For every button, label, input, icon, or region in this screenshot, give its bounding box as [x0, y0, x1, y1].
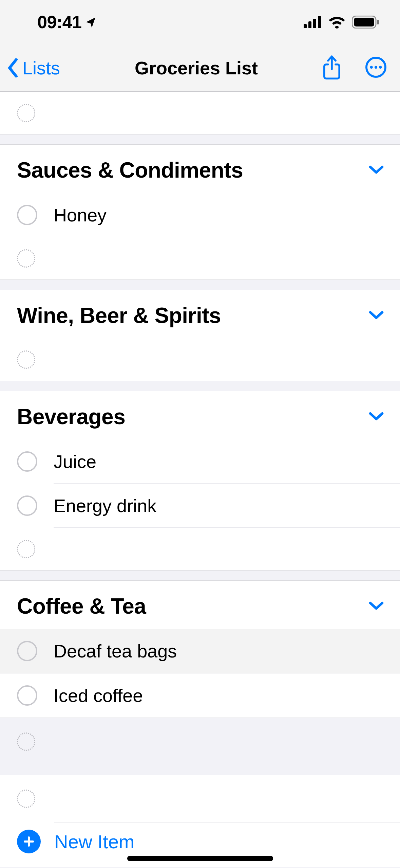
new-item-placeholder[interactable] — [0, 338, 400, 381]
item-label: Energy drink — [54, 495, 156, 516]
status-time: 09:41 — [37, 12, 82, 32]
reminder-item[interactable]: Juice — [0, 439, 400, 484]
checkbox[interactable] — [17, 685, 37, 706]
svg-rect-0 — [304, 24, 307, 28]
chevron-down-icon — [369, 310, 384, 320]
reminder-item[interactable]: Iced coffee — [0, 673, 400, 718]
nav-bar: Lists Groceries List — [0, 44, 400, 92]
new-item-placeholder[interactable] — [0, 775, 400, 822]
home-indicator[interactable] — [127, 856, 273, 861]
section-title: Beverages — [17, 404, 125, 429]
share-icon — [322, 55, 342, 79]
dotted-circle-icon — [17, 104, 35, 122]
dotted-circle-icon — [17, 350, 35, 369]
section-title: Coffee & Tea — [17, 594, 146, 619]
share-button[interactable] — [322, 55, 342, 81]
new-item-label: New Item — [54, 831, 135, 853]
checkbox[interactable] — [17, 495, 37, 516]
svg-rect-5 — [354, 18, 374, 26]
plus-circle-icon — [17, 830, 41, 853]
more-button[interactable] — [365, 57, 386, 79]
status-bar: 09:41 — [0, 0, 400, 44]
new-item-placeholder[interactable] — [0, 92, 400, 134]
page-title: Groceries List — [91, 57, 302, 78]
status-left: 09:41 — [37, 12, 97, 32]
collapse-toggle[interactable] — [369, 411, 384, 422]
new-item-placeholder[interactable] — [0, 718, 400, 765]
status-right — [304, 16, 380, 29]
checkbox[interactable] — [17, 451, 37, 472]
item-label: Juice — [54, 451, 96, 472]
reminder-item[interactable]: Decaf tea bags — [0, 629, 400, 673]
section-title: Wine, Beer & Spirits — [17, 303, 221, 328]
section-wine-beer-spirits: Wine, Beer & Spirits — [0, 290, 400, 381]
svg-rect-3 — [318, 16, 321, 28]
reminder-item[interactable]: Honey — [0, 193, 400, 237]
back-button[interactable]: Lists — [6, 57, 91, 78]
reminder-item[interactable]: Energy drink — [0, 484, 400, 528]
svg-point-11 — [379, 66, 382, 68]
collapse-toggle[interactable] — [369, 310, 384, 321]
svg-point-9 — [370, 66, 373, 68]
ellipsis-circle-icon — [365, 57, 386, 78]
svg-rect-2 — [313, 19, 316, 28]
dotted-circle-icon — [17, 733, 35, 751]
dotted-circle-icon — [17, 790, 35, 808]
checkbox[interactable] — [17, 205, 37, 225]
section-beverages: Beverages Juice Energy drink — [0, 391, 400, 570]
svg-point-10 — [375, 66, 377, 68]
chevron-down-icon — [369, 165, 384, 174]
item-label: Honey — [54, 204, 107, 225]
chevron-down-icon — [369, 411, 384, 421]
location-icon — [85, 16, 97, 28]
wifi-icon — [328, 16, 346, 29]
battery-icon — [352, 16, 380, 29]
chevron-down-icon — [369, 601, 384, 610]
new-item-placeholder[interactable] — [0, 237, 400, 279]
collapse-toggle[interactable] — [369, 165, 384, 176]
dotted-circle-icon — [17, 540, 35, 558]
svg-rect-6 — [377, 20, 379, 24]
new-item-placeholder[interactable] — [0, 528, 400, 570]
checkbox[interactable] — [17, 641, 37, 661]
svg-rect-1 — [308, 21, 311, 28]
dotted-circle-icon — [17, 249, 35, 268]
section-coffee-tea: Coffee & Tea Decaf tea bags Iced coffee — [0, 580, 400, 718]
collapse-toggle[interactable] — [369, 601, 384, 612]
back-label: Lists — [22, 57, 60, 78]
item-label: Decaf tea bags — [54, 640, 177, 662]
chevron-left-icon — [6, 58, 20, 77]
cellular-icon — [304, 16, 322, 28]
section-sauces-condiments: Sauces & Condiments Honey — [0, 144, 400, 279]
section-title: Sauces & Condiments — [17, 158, 243, 183]
item-label: Iced coffee — [54, 685, 143, 706]
